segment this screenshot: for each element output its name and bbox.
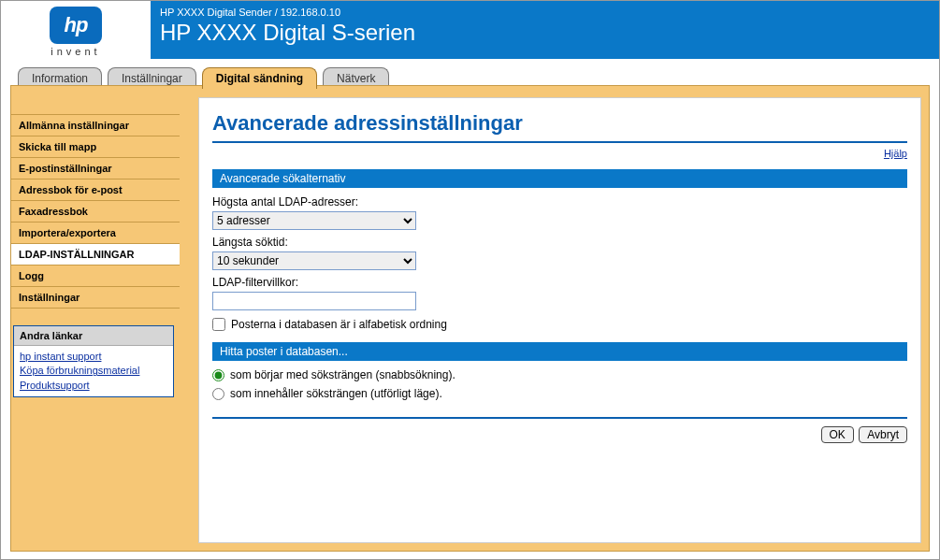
main-heading: Avancerade adressinställningar: [212, 111, 907, 143]
logo-area: hp invent: [1, 1, 151, 59]
sidebar: Allmänna inställningar Skicka till mapp …: [11, 114, 180, 397]
select-longest-search[interactable]: 10 sekunder: [212, 251, 416, 270]
form-find-entries: som börjar med söksträngen (snabbsökning…: [212, 368, 907, 400]
breadcrumb: HP XXXX Digital Sender / 192.168.0.10: [160, 7, 930, 18]
radio-contains[interactable]: [212, 388, 224, 400]
label-starts-with: som börjar med söksträngen (snabbsökning…: [230, 368, 456, 381]
link-hp-instant-support[interactable]: hp instant support: [20, 350, 167, 364]
radio-starts-with[interactable]: [212, 369, 224, 381]
sidebar-item-epost[interactable]: E-postinställningar: [11, 158, 180, 179]
main-panel: Avancerade adressinställningar Hjälp Ava…: [198, 97, 921, 543]
link-kopa-forbrukning[interactable]: Köpa förbrukningsmaterial: [20, 364, 167, 378]
header: hp invent HP XXXX Digital Sender / 192.1…: [1, 1, 939, 59]
sidebar-item-logg[interactable]: Logg: [11, 266, 180, 287]
other-links-box: Andra länkar hp instant support Köpa för…: [13, 325, 174, 397]
tab-body: Allmänna inställningar Skicka till mapp …: [10, 85, 930, 552]
input-ldap-filter[interactable]: [212, 292, 416, 310]
tab-digital-sandning[interactable]: Digital sändning: [202, 67, 317, 89]
label-max-ldap: Högsta antal LDAP-adresser:: [212, 195, 907, 208]
sidebar-item-importera[interactable]: Importera/exportera: [11, 223, 180, 244]
label-contains: som innehåller söksträngen (utförligt lä…: [230, 387, 442, 400]
checkbox-alfabetisk[interactable]: [212, 318, 225, 331]
ok-button[interactable]: OK: [821, 426, 854, 443]
section-advanced-search: Avancerade sökalternativ: [212, 169, 907, 188]
select-max-ldap[interactable]: 5 adresser: [212, 211, 416, 230]
label-alfabetisk: Posterna i databasen är i alfabetisk ord…: [231, 318, 447, 331]
sidebar-item-allmanna[interactable]: Allmänna inställningar: [11, 114, 180, 136]
cancel-button[interactable]: Avbryt: [859, 426, 907, 443]
label-longest-search: Längsta söktid:: [212, 236, 907, 249]
other-links-title: Andra länkar: [14, 326, 173, 346]
label-ldap-filter: LDAP-filtervillkor:: [212, 276, 907, 289]
logo-brand: hp: [65, 13, 88, 37]
other-links-body: hp instant support Köpa förbrukningsmate…: [14, 346, 173, 396]
divider: [212, 417, 907, 419]
help-row: Hjälp: [212, 147, 907, 160]
form-advanced-search: Högsta antal LDAP-adresser: 5 adresser L…: [212, 195, 907, 331]
logo-tagline: invent: [1, 46, 151, 57]
help-link[interactable]: Hjälp: [884, 148, 907, 159]
sidebar-item-ldap[interactable]: LDAP-INSTÄLLNINGAR: [11, 244, 180, 266]
sidebar-item-skicka-mapp[interactable]: Skicka till mapp: [11, 136, 180, 158]
buttons-row: OK Avbryt: [212, 426, 907, 443]
app-window: hp invent HP XXXX Digital Sender / 192.1…: [0, 0, 940, 560]
title-bar: HP XXXX Digital Sender / 192.168.0.10 HP…: [151, 1, 939, 59]
section-find-entries: Hitta poster i databasen...: [212, 342, 907, 361]
sidebar-item-adressbok-epost[interactable]: Adressbok för e-post: [11, 179, 180, 201]
sidebar-item-installningar[interactable]: Inställningar: [11, 287, 180, 309]
hp-logo-icon: hp: [50, 7, 102, 44]
sidebar-item-faxadressbok[interactable]: Faxadressbok: [11, 201, 180, 223]
link-produktsupport[interactable]: Produktsupport: [20, 379, 167, 393]
page-title: HP XXXX Digital S-serien: [160, 20, 930, 46]
